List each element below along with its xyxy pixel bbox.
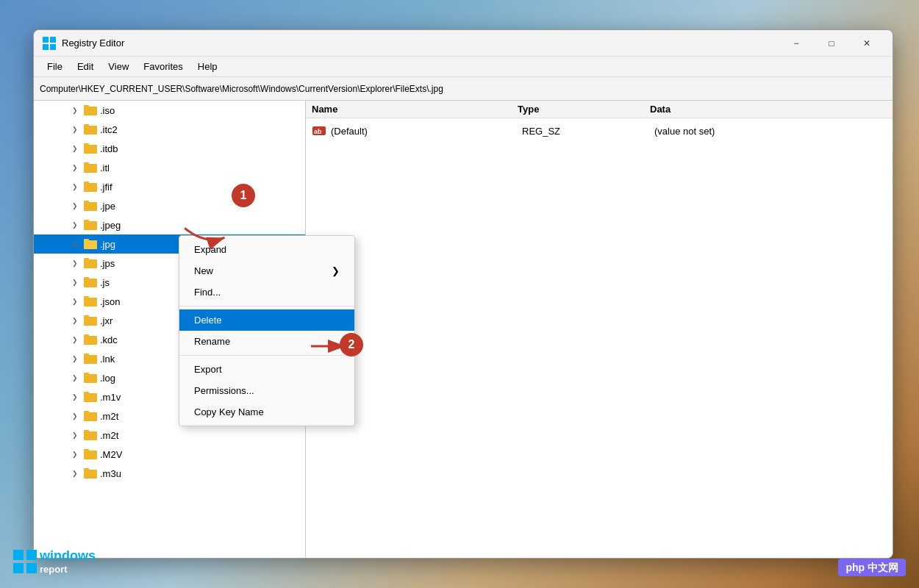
ctx-find[interactable]: Find...	[179, 282, 354, 303]
tree-item-m3u[interactable]: ❯ .m3u	[34, 464, 305, 483]
close-button[interactable]: ✕	[850, 30, 884, 57]
folder-icon	[84, 429, 97, 442]
reg-name-default: (Default)	[331, 126, 522, 137]
tree-item-jpeg[interactable]: ❯ .jpeg	[34, 215, 305, 234]
chevron-right-icon: ❯	[72, 374, 84, 381]
svg-rect-51	[26, 550, 37, 560]
tree-label-m3u: .m3u	[100, 468, 121, 479]
folder-icon	[84, 218, 97, 232]
menu-view[interactable]: View	[101, 58, 136, 75]
menu-edit[interactable]: Edit	[70, 58, 101, 75]
folder-icon	[84, 352, 97, 365]
ctx-new-label: New	[194, 265, 213, 276]
chevron-right-icon: ❯	[72, 107, 84, 114]
tree-label-json: .json	[100, 296, 120, 307]
chevron-right-icon: ❯	[72, 317, 84, 324]
tree-label-m1v: .m1v	[100, 392, 121, 403]
tree-label-jps: .jps	[100, 258, 115, 269]
tree-label-jfif: .jfif	[100, 182, 112, 193]
chevron-right-icon: ❯	[72, 336, 84, 343]
svg-rect-0	[43, 37, 49, 43]
menu-file[interactable]: File	[40, 58, 70, 75]
svg-rect-22	[84, 258, 89, 261]
folder-icon	[84, 142, 97, 155]
menu-bar: File Edit View Favorites Help	[34, 57, 893, 77]
svg-rect-53	[26, 563, 37, 573]
ctx-permissions[interactable]: Permissions...	[179, 380, 354, 401]
menu-favorites[interactable]: Favorites	[136, 58, 190, 75]
tree-label-m2v: .M2V	[100, 449, 122, 460]
tree-item-itl[interactable]: ❯ .itl	[34, 158, 305, 177]
tree-label-jpg: .jpg	[100, 239, 115, 250]
tree-item-m2t2[interactable]: ❯ .m2t	[34, 426, 305, 445]
ctx-rename-label: Rename	[194, 336, 230, 347]
svg-rect-52	[13, 563, 24, 573]
svg-rect-10	[84, 143, 89, 146]
title-bar: Registry Editor − □ ✕	[34, 30, 893, 57]
svg-rect-50	[13, 550, 24, 560]
ctx-export[interactable]: Export	[179, 359, 354, 380]
tree-label-itdb: .itdb	[100, 143, 118, 154]
svg-rect-14	[84, 182, 89, 184]
chevron-right-icon: ❯	[72, 470, 84, 477]
folder-icon	[84, 409, 97, 423]
tree-item-iso[interactable]: ❯ .iso	[34, 101, 305, 120]
svg-rect-2	[43, 44, 49, 50]
folder-icon	[84, 448, 97, 461]
menu-help[interactable]: Help	[190, 58, 225, 75]
folder-icon	[84, 257, 97, 270]
folder-icon	[84, 161, 97, 174]
chevron-right-icon: ❯	[72, 221, 84, 229]
chevron-right-icon: ❯	[72, 240, 84, 248]
tree-label-m2t2: .m2t	[100, 430, 118, 441]
col-data-header: Data	[650, 104, 671, 115]
tree-item-itc2[interactable]: ❯ .itc2	[34, 120, 305, 139]
ctx-copy-key-name[interactable]: Copy Key Name	[179, 401, 354, 423]
chevron-right-icon: ❯	[72, 183, 84, 190]
svg-rect-34	[84, 373, 89, 376]
address-text: Computer\HKEY_CURRENT_USER\Software\Micr…	[40, 84, 443, 94]
ctx-export-label: Export	[194, 364, 222, 375]
svg-rect-38	[84, 411, 89, 414]
folder-icon	[84, 180, 97, 193]
tree-item-jpe[interactable]: ❯ .jpe	[34, 196, 305, 215]
chevron-right-icon: ❯	[72, 164, 84, 171]
svg-rect-44	[84, 468, 89, 471]
svg-rect-12	[84, 162, 89, 165]
minimize-button[interactable]: −	[779, 30, 813, 57]
tree-item-m2v[interactable]: ❯ .M2V	[34, 445, 305, 464]
registry-row-default[interactable]: ab (Default) REG_SZ (value not set)	[306, 121, 893, 140]
ctx-new[interactable]: New ❯	[179, 260, 354, 282]
tree-label-itl: .itl	[100, 162, 110, 173]
tree-label-m2t: .m2t	[100, 411, 118, 422]
chevron-right-icon: ❯	[72, 393, 84, 401]
chevron-right-icon: ❯	[72, 126, 84, 133]
windows-text: windows	[40, 548, 96, 564]
tree-item-itdb[interactable]: ❯ .itdb	[34, 139, 305, 158]
folder-icon	[84, 104, 97, 117]
reg-value-icon: ab	[312, 123, 326, 138]
chevron-right-icon: ❯	[72, 259, 84, 267]
col-name-header: Name	[312, 104, 518, 115]
chevron-right-icon: ❯	[72, 202, 84, 209]
main-content: ❯ .iso ❯ .itc2 ❯ .itdb ❯ .itl	[34, 101, 893, 558]
reg-data-default: (value not set)	[654, 126, 715, 137]
registry-editor-window: Registry Editor − □ ✕ File Edit View Fav…	[33, 29, 893, 559]
folder-icon	[84, 295, 97, 308]
tree-label-iso: .iso	[100, 105, 115, 116]
ctx-copy-key-name-label: Copy Key Name	[194, 406, 264, 417]
ctx-permissions-label: Permissions...	[194, 385, 254, 396]
tree-label-jxr: .jxr	[100, 315, 112, 326]
tree-item-jfif[interactable]: ❯ .jfif	[34, 177, 305, 196]
svg-rect-6	[84, 105, 89, 108]
svg-rect-20	[84, 239, 89, 242]
maximize-button[interactable]: □	[815, 30, 848, 57]
ctx-new-arrow: ❯	[332, 265, 340, 276]
ctx-delete[interactable]: Delete	[179, 309, 354, 331]
svg-rect-8	[84, 124, 89, 127]
report-text: report	[40, 564, 96, 575]
ctx-delete-label: Delete	[194, 315, 222, 326]
windows-logo-icon	[13, 550, 37, 573]
col-type-header: Type	[518, 104, 650, 115]
tree-label-kdc: .kdc	[100, 334, 118, 345]
